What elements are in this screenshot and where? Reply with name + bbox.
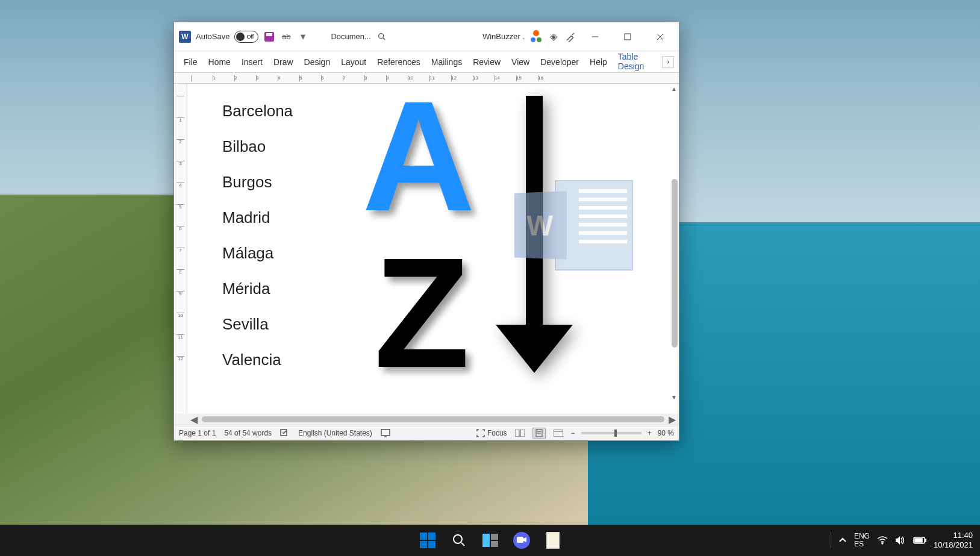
- document-page: BarcelonaBilbaoBurgosMadridMálagaMéridaS…: [205, 90, 661, 408]
- display-settings-icon[interactable]: [381, 429, 390, 437]
- city-item[interactable]: Valencia: [222, 351, 293, 369]
- scroll-left-arrow[interactable]: ◀: [190, 415, 198, 423]
- tab-insert[interactable]: Insert: [237, 54, 267, 70]
- vertical-scrollbar[interactable]: [672, 179, 678, 348]
- user-name[interactable]: WinBuzzer .: [482, 32, 525, 41]
- svg-rect-18: [482, 534, 490, 547]
- page-canvas[interactable]: BarcelonaBilbaoBurgosMadridMálagaMéridaS…: [187, 84, 679, 414]
- taskbar-search-button[interactable]: [446, 527, 472, 554]
- tab-draw[interactable]: Draw: [269, 54, 298, 70]
- svg-rect-19: [491, 534, 498, 540]
- city-item[interactable]: Barcelona: [222, 102, 293, 120]
- titlebar: W AutoSave Off ab ▾ Documen... WinBuzzer…: [174, 22, 679, 51]
- print-layout-button[interactable]: [532, 428, 546, 439]
- save-button[interactable]: [263, 31, 275, 43]
- svg-rect-3: [625, 34, 631, 40]
- diamond-icon[interactable]: ◈: [548, 31, 560, 43]
- word-logo-icon: W: [513, 174, 633, 276]
- tab-home[interactable]: Home: [204, 54, 236, 70]
- battery-icon[interactable]: [913, 537, 926, 544]
- svg-rect-10: [520, 429, 525, 437]
- tray-overflow-button[interactable]: [838, 536, 847, 545]
- ribbon-tabs: FileHomeInsertDrawDesignLayoutReferences…: [174, 51, 679, 73]
- vertical-ruler[interactable]: 123456789101112: [174, 84, 187, 414]
- autosave-label: AutoSave: [196, 32, 229, 41]
- tab-help[interactable]: Help: [585, 54, 612, 70]
- word-window: W AutoSave Off ab ▾ Documen... WinBuzzer…: [173, 22, 679, 441]
- svg-line-17: [461, 543, 464, 546]
- tab-file[interactable]: File: [179, 54, 202, 70]
- language-indicator[interactable]: English (United States): [298, 429, 372, 437]
- start-button[interactable]: [414, 527, 441, 554]
- tab-references[interactable]: References: [372, 54, 425, 70]
- web-layout-button[interactable]: [552, 428, 565, 439]
- ribbon-collapse-button[interactable]: ›: [662, 56, 674, 68]
- zoom-out-button[interactable]: −: [571, 429, 575, 437]
- user-avatar-icon[interactable]: [529, 30, 543, 43]
- svg-rect-9: [515, 429, 519, 437]
- zoom-percentage[interactable]: 90 %: [658, 429, 674, 437]
- tab-mailings[interactable]: Mailings: [426, 54, 467, 70]
- document-title[interactable]: Documen...: [331, 32, 370, 41]
- minimize-button[interactable]: [581, 27, 609, 46]
- volume-icon[interactable]: [895, 536, 906, 545]
- svg-point-22: [882, 543, 883, 544]
- task-view-button[interactable]: [477, 527, 504, 554]
- city-list: BarcelonaBilbaoBurgosMadridMálagaMéridaS…: [222, 102, 293, 386]
- tab-layout[interactable]: Layout: [336, 54, 371, 70]
- sort-az-graphic: A Z W: [362, 90, 615, 391]
- brush-icon[interactable]: [564, 31, 576, 43]
- city-item[interactable]: Sevilla: [222, 315, 293, 334]
- scroll-right-arrow[interactable]: ▶: [668, 415, 676, 423]
- page-indicator[interactable]: Page 1 of 1: [179, 429, 216, 437]
- svg-rect-24: [925, 539, 926, 542]
- svg-rect-25: [915, 539, 922, 542]
- autosave-toggle[interactable]: Off: [234, 31, 258, 43]
- zoom-in-button[interactable]: +: [648, 429, 652, 437]
- chat-button[interactable]: [508, 527, 535, 554]
- strikethrough-button[interactable]: ab: [280, 31, 292, 43]
- language-switcher[interactable]: ENG ES: [854, 533, 870, 548]
- explorer-button[interactable]: [540, 527, 566, 554]
- system-tray: ENG ES 11:40 10/18/2021: [831, 531, 973, 549]
- close-button[interactable]: [646, 27, 674, 46]
- scroll-up-arrow[interactable]: ▲: [670, 85, 678, 92]
- city-item[interactable]: Burgos: [222, 173, 293, 192]
- horizontal-ruler[interactable]: 12345678910111213141516: [174, 73, 679, 84]
- svg-line-1: [383, 38, 385, 40]
- svg-point-0: [379, 33, 384, 38]
- wifi-icon[interactable]: [877, 536, 888, 545]
- tab-developer[interactable]: Developer: [535, 54, 584, 70]
- search-button[interactable]: [376, 31, 388, 43]
- tab-view[interactable]: View: [507, 54, 534, 70]
- read-mode-button[interactable]: [513, 428, 526, 439]
- tab-table-design[interactable]: Table Design: [613, 48, 661, 76]
- word-app-icon: W: [179, 31, 191, 43]
- svg-rect-20: [491, 541, 498, 547]
- taskbar-center: [414, 527, 566, 554]
- svg-rect-6: [281, 429, 287, 436]
- svg-rect-14: [554, 429, 563, 437]
- document-area: 123456789101112 BarcelonaBilbaoBurgosMad…: [174, 84, 679, 414]
- zoom-slider[interactable]: [581, 432, 641, 434]
- letter-a-graphic: A: [362, 84, 475, 234]
- maximize-button[interactable]: [614, 27, 641, 46]
- svg-rect-7: [381, 429, 390, 436]
- city-item[interactable]: Mérida: [222, 280, 293, 298]
- tab-review[interactable]: Review: [468, 54, 505, 70]
- word-count[interactable]: 54 of 54 words: [224, 429, 272, 437]
- tab-design[interactable]: Design: [299, 54, 336, 70]
- qat-dropdown[interactable]: ▾: [297, 31, 309, 43]
- scroll-down-arrow[interactable]: ▼: [670, 393, 678, 401]
- city-item[interactable]: Bilbao: [222, 137, 293, 156]
- spellcheck-icon[interactable]: [280, 429, 290, 437]
- horizontal-scrollbar-track: ◀ ▶: [174, 414, 679, 425]
- city-item[interactable]: Málaga: [222, 244, 293, 263]
- focus-mode-button[interactable]: Focus: [476, 429, 507, 437]
- letter-z-graphic: Z: [374, 234, 470, 391]
- taskbar: ENG ES 11:40 10/18/2021: [0, 525, 980, 556]
- horizontal-scrollbar[interactable]: [202, 416, 664, 422]
- city-item[interactable]: Madrid: [222, 208, 293, 227]
- statusbar: Page 1 of 1 54 of 54 words English (Unit…: [174, 425, 679, 440]
- clock[interactable]: 11:40 10/18/2021: [934, 531, 973, 549]
